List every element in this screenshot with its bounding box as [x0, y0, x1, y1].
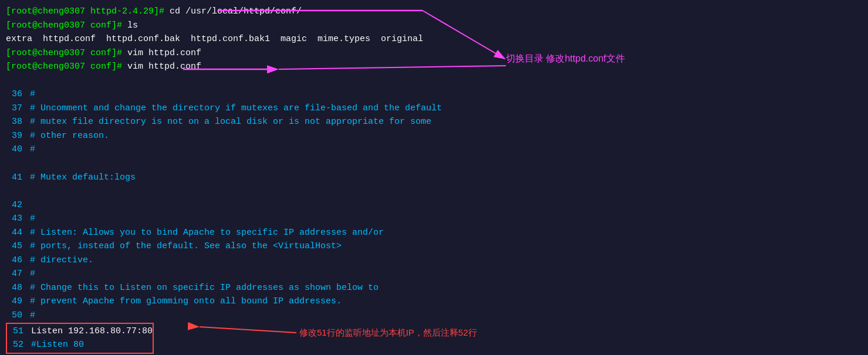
terminal-window: [root@cheng0307 httpd-2.4.29]# cd /usr/l…	[0, 0, 868, 355]
arrow-1	[423, 11, 505, 59]
arrow-3	[200, 327, 296, 333]
arrow-2	[279, 66, 506, 69]
annotation-label-1: 切换目录 修改httpd.conf文件	[506, 53, 625, 65]
annotation-label-2: 修改51行的监听地址为本机IP，然后注释52行	[299, 327, 477, 339]
annotation-svg	[0, 0, 868, 355]
